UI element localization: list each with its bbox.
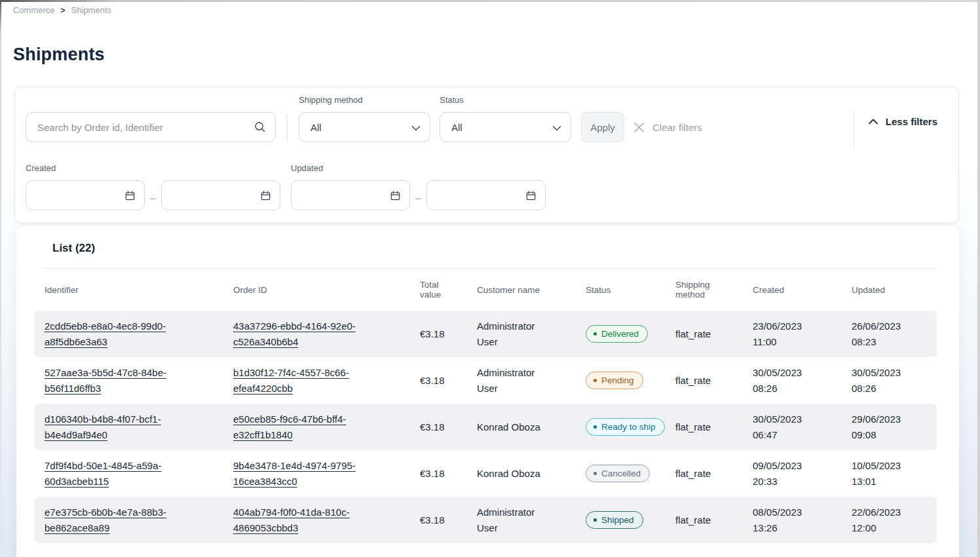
created-cell: 30/05/2023 06:47 — [753, 405, 852, 450]
status-value: All — [451, 122, 462, 133]
created-cell: 08/05/2023 13:26 — [753, 498, 852, 543]
order-id-cell: e50ceb85-f9c6-47b6-bff4-e32cff1b1840 — [233, 405, 420, 450]
identifier-link[interactable]: e7e375cb-6b0b-4e7a-88b3-be862ace8a89 — [45, 505, 183, 536]
updated-cell: 29/06/2023 09:08 — [852, 405, 937, 450]
shipping-method-cell: flat_rate — [675, 415, 753, 439]
identifier-cell: 527aae3a-5b5d-47c8-84be-b56f11d6ffb3 — [45, 358, 233, 403]
search-icon — [254, 121, 267, 136]
shipping-method-value: flat_rate — [675, 514, 711, 526]
shipping-method-cell: flat_rate — [675, 508, 753, 532]
total-value-cell: €3.18 — [420, 322, 477, 346]
column-header-identifier: Identifier — [45, 285, 233, 295]
calendar-icon[interactable] — [259, 189, 272, 204]
total-value: €3.18 — [420, 375, 445, 386]
status-badge: Cancelled — [586, 465, 650, 482]
shipping-method-value: flat_rate — [675, 375, 711, 386]
status-label: Status — [440, 95, 464, 105]
clear-filters-label: Clear filters — [652, 122, 702, 133]
shipments-page: Commerce > Shipments Shipments Shipping … — [0, 0, 980, 557]
table-row: e7e375cb-6b0b-4e7a-88b3-be862ace8a89404a… — [34, 497, 937, 543]
window-frame-right — [977, 0, 980, 557]
column-header-label: Customer name — [477, 285, 540, 295]
updated-value: 30/05/2023 08:26 — [852, 365, 917, 396]
identifier-cell: d106340b-b4b8-4f07-bcf1-b4e4d9af94e0 — [45, 405, 233, 450]
order-id-cell: 404ab794-f0f0-41da-810c-4869053cbbd3 — [233, 498, 420, 543]
less-filters-label: Less filters — [886, 116, 937, 127]
order-id-link[interactable]: e50ceb85-f9c6-47b6-bff4-e32cff1b1840 — [233, 412, 372, 443]
status-label: Shipped — [601, 515, 634, 525]
updated-value: 10/05/2023 13:01 — [852, 458, 917, 490]
table-body: 2cdd5eb8-e8a0-4ec8-99d0-a8f5db6e3a6343a3… — [34, 311, 937, 543]
customer-name: Administrator User — [477, 318, 554, 350]
identifier-cell: 2cdd5eb8-e8a0-4ec8-99d0-a8f5db6e3a63 — [45, 312, 233, 356]
identifier-link[interactable]: 527aae3a-5b5d-47c8-84be-b56f11d6ffb3 — [45, 365, 183, 396]
breadcrumb-commerce[interactable]: Commerce — [13, 5, 55, 15]
order-id-link[interactable]: b1d30f12-7f4c-4557-8c66-efeaf4220cbb — [233, 365, 372, 396]
list-title: List (22) — [34, 226, 937, 268]
customer-name: Administrator User — [477, 365, 554, 396]
filters-panel: Shipping method All Status All Apply — [14, 86, 959, 223]
clear-filters-button[interactable]: Clear filters — [633, 112, 702, 142]
order-id-link[interactable]: 404ab794-f0f0-41da-810c-4869053cbbd3 — [233, 505, 372, 536]
filter-divider — [287, 113, 288, 141]
order-id-link[interactable]: 43a37296-ebbd-4164-92e0-c526a340b6b4 — [233, 318, 372, 350]
order-id-cell: 43a37296-ebbd-4164-92e0-c526a340b6b4 — [233, 312, 420, 356]
total-value-cell: €3.18 — [420, 368, 477, 393]
created-value: 09/05/2023 20:33 — [753, 458, 818, 490]
column-header-shipping-method: Shipping method — [675, 280, 753, 299]
list-panel: List (22) IdentifierOrder IDTotal valueC… — [16, 226, 959, 557]
order-id-link[interactable]: 9b4e3478-1e4d-4974-9795-16cea3843cc0 — [233, 458, 372, 490]
column-header-customer-name: Customer name — [477, 285, 586, 295]
identifier-link[interactable]: 7df9f4bd-50e1-4845-a59a-60d3acbeb115 — [45, 458, 183, 490]
total-value: €3.18 — [420, 468, 445, 479]
shipping-method-cell: flat_rate — [675, 461, 753, 486]
breadcrumb-shipments: Shipments — [71, 5, 111, 15]
column-header-label: Updated — [852, 285, 885, 295]
updated-cell: 30/05/2023 08:26 — [852, 358, 937, 403]
column-header-updated: Updated — [852, 285, 937, 295]
status-badge: Delivered — [586, 325, 648, 343]
close-icon — [633, 122, 645, 133]
created-cell: 30/05/2023 08:26 — [753, 358, 852, 403]
shipping-method-value: flat_rate — [675, 468, 711, 479]
table-row: 527aae3a-5b5d-47c8-84be-b56f11d6ffb3b1d3… — [34, 357, 937, 404]
column-header-label: Identifier — [45, 285, 79, 295]
shipping-method-cell: flat_rate — [675, 322, 753, 346]
apply-button[interactable]: Apply — [581, 112, 624, 142]
column-header-order-id: Order ID — [233, 285, 420, 295]
identifier-link[interactable]: d106340b-b4b8-4f07-bcf1-b4e4d9af94e0 — [45, 412, 183, 443]
column-header-label: Order ID — [233, 285, 267, 295]
calendar-icon[interactable] — [124, 189, 136, 204]
shipping-method-select[interactable]: All — [299, 112, 430, 142]
calendar-icon[interactable] — [389, 189, 402, 204]
search-input[interactable] — [26, 112, 276, 142]
updated-to-input[interactable] — [426, 180, 546, 210]
status-label: Ready to ship — [601, 422, 656, 432]
status-select[interactable]: All — [440, 112, 571, 142]
less-filters-toggle[interactable]: Less filters — [868, 116, 937, 127]
order-id-cell: b1d30f12-7f4c-4557-8c66-efeaf4220cbb — [233, 358, 420, 403]
created-value: 30/05/2023 06:47 — [753, 412, 818, 443]
status-dot-icon — [594, 518, 597, 522]
customer-name: Konrad Oboza — [477, 466, 540, 482]
column-header-created: Created — [753, 285, 852, 295]
status-label: Cancelled — [601, 469, 641, 478]
order-id-cell: 9b4e3478-1e4d-4974-9795-16cea3843cc0 — [233, 451, 420, 496]
calendar-icon[interactable] — [525, 189, 537, 204]
status-dot-icon — [594, 332, 597, 336]
breadcrumb: Commerce > Shipments — [13, 5, 111, 15]
status-label: Delivered — [601, 329, 639, 339]
customer-name-cell: Konrad Oboza — [477, 459, 586, 488]
filter-divider — [854, 109, 854, 148]
updated-from-input[interactable] — [291, 180, 410, 210]
customer-name-cell: Administrator User — [477, 498, 586, 543]
status-dot-icon — [594, 379, 597, 382]
status-badge: Shipped — [586, 511, 643, 529]
status-dot-icon — [594, 472, 597, 475]
created-cell: 09/05/2023 20:33 — [753, 451, 852, 496]
identifier-link[interactable]: 2cdd5eb8-e8a0-4ec8-99d0-a8f5db6e3a63 — [45, 318, 183, 350]
page-title: Shipments — [13, 45, 105, 65]
column-header-label: Total value — [420, 280, 450, 299]
created-from-input[interactable] — [26, 180, 145, 210]
created-to-input[interactable] — [161, 180, 280, 210]
